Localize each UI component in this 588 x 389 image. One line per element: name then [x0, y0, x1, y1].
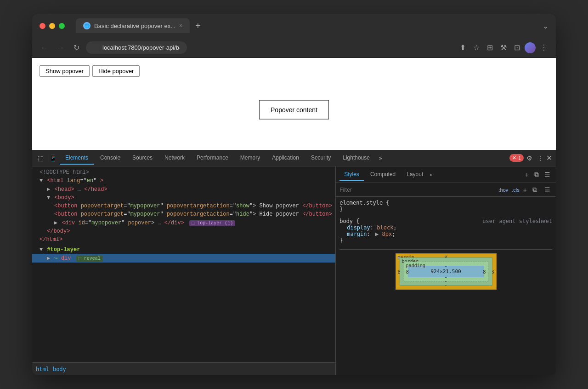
reload-button[interactable]: ↻ — [71, 41, 82, 54]
dom-html-tag[interactable]: ▼ <html lang="en" > — [32, 177, 335, 185]
dom-top-layer-section[interactable]: ▼ #top-layer — [32, 246, 335, 254]
devtools-tabs-bar: ⬚ 📱 Elements Console Sources Network Per… — [32, 150, 556, 166]
styles-sub-tabs: Styles Computed Layout » + ⧉ ☰ — [336, 166, 556, 183]
dom-top-layer-div[interactable]: ▶ ↪ div ⬚ reveal — [32, 254, 335, 263]
css-rule-body: body { user agent stylesheet display: bl… — [339, 218, 552, 244]
close-button[interactable] — [40, 23, 45, 29]
tab-title: Basic declarative popover ex... — [94, 23, 175, 29]
box-margin: margin 8 8 8 border - pa — [396, 253, 497, 290]
maximize-button[interactable] — [59, 23, 65, 29]
box-border: border - padding - 8 8 — [400, 257, 492, 286]
dom-body-close[interactable]: </body> — [32, 227, 335, 235]
dom-doctype[interactable]: <!DOCTYPE html> — [32, 168, 335, 177]
devtools-icon-buttons: ⬚ 📱 — [36, 153, 59, 164]
bookmark-button[interactable]: ☆ — [470, 41, 482, 54]
browser-more-button[interactable]: ⋮ — [537, 41, 550, 54]
css-margin-prop[interactable]: margin: ▶ 8px; — [339, 231, 552, 237]
tab-performance[interactable]: Performance — [191, 152, 234, 165]
styles-panel: Styles Computed Layout » + ⧉ ☰ :hov .cls… — [336, 166, 556, 375]
dom-button-show[interactable]: <button popovertarget="mypopover" popove… — [32, 202, 335, 210]
breadcrumb-body[interactable]: body — [53, 366, 66, 372]
styles-tab-actions: + ⧉ ☰ — [523, 170, 552, 179]
reveal-badge[interactable]: ⬚ reveal — [76, 256, 103, 262]
devtools-button[interactable]: ⚒ — [498, 41, 509, 54]
dom-content: <!DOCTYPE html> ▼ <html lang="en" > ▶ <h… — [32, 166, 335, 362]
tab-network[interactable]: Network — [159, 152, 190, 165]
nav-bar: ← → ↻ ⓘ ⬆ ☆ ⊞ ⚒ ⊡ ⋮ — [32, 38, 556, 58]
tab-list-button[interactable]: ⌄ — [543, 22, 548, 30]
split-view-button[interactable]: ⊡ — [511, 41, 523, 54]
show-popover-button[interactable]: Show popover — [40, 65, 90, 77]
popover-text: Popover content — [271, 106, 317, 114]
styles-content: element.style { } body { user agent styl… — [336, 197, 556, 375]
tab-lighthouse[interactable]: Lighthouse — [337, 152, 375, 165]
new-tab-button[interactable]: + — [192, 19, 204, 33]
dom-breadcrumb: html body — [32, 362, 335, 375]
css-body-selector[interactable]: body { — [339, 218, 359, 224]
styles-layout-button[interactable]: ☰ — [543, 170, 552, 179]
tab-favicon: 🌐 — [83, 22, 90, 29]
tab-console[interactable]: Console — [95, 152, 126, 165]
tab-memory[interactable]: Memory — [235, 152, 266, 165]
styles-filter-bar: :hov .cls + ⧉ ☰ — [336, 183, 556, 197]
devtools-inspect-icon[interactable]: ⬚ — [36, 153, 45, 164]
minimize-button[interactable] — [49, 23, 55, 29]
box-model-container: margin 8 8 8 border - pa — [339, 249, 552, 293]
hide-popover-button[interactable]: Hide popover — [92, 65, 140, 77]
styles-tab-layout[interactable]: Layout — [402, 168, 428, 181]
styles-tab-computed[interactable]: Computed — [366, 168, 400, 181]
devtools-body: <!DOCTYPE html> ▼ <html lang="en" > ▶ <h… — [32, 166, 556, 375]
margin-bottom-value: - — [444, 282, 447, 288]
styles-copy-styles-button[interactable]: ⧉ — [531, 185, 539, 194]
styles-add-button[interactable]: + — [523, 186, 527, 194]
popover-box: Popover content — [259, 100, 329, 120]
styles-tab-styles[interactable]: Styles — [339, 168, 364, 181]
tab-security[interactable]: Security — [305, 152, 336, 165]
error-badge[interactable]: ✕ 1 — [509, 154, 524, 162]
dom-head-tag[interactable]: ▶ <head> … </head> — [32, 185, 335, 194]
tab-close-icon[interactable]: × — [179, 23, 182, 29]
styles-new-rule-button[interactable]: + — [523, 170, 531, 179]
dom-html-close[interactable]: </html> — [32, 235, 335, 244]
devtools-settings-button[interactable]: ⚙ — [525, 153, 534, 164]
breadcrumb-html[interactable]: html — [36, 366, 49, 372]
styles-copy-button[interactable]: ⧉ — [532, 170, 541, 179]
browser-window: 🌐 Basic declarative popover ex... × + ⌄ … — [32, 14, 556, 375]
dom-div-mypopover[interactable]: ▶ <div id="mypopover" popover> … </div> … — [32, 218, 335, 227]
error-x-icon: ✕ — [512, 155, 516, 161]
css-display-prop[interactable]: display: block; — [339, 224, 552, 231]
page-content: Show popover Hide popover Popover conten… — [32, 58, 556, 150]
top-layer-badge[interactable]: ⬚ top-layer (1) — [189, 220, 235, 226]
extensions-button[interactable]: ⊞ — [484, 41, 496, 54]
styles-layout-icon-button[interactable]: ☰ — [543, 185, 552, 194]
devtools-close-button[interactable]: ✕ — [546, 154, 552, 162]
styles-more-tabs-button[interactable]: » — [430, 172, 433, 178]
error-count: 1 — [518, 155, 521, 161]
address-wrapper: ⓘ — [86, 41, 453, 54]
tab-application[interactable]: Application — [266, 152, 305, 165]
padding-top-value: - — [444, 263, 447, 269]
forward-button[interactable]: → — [54, 42, 67, 54]
css-rule-element-style: element.style { } — [339, 200, 552, 212]
share-button[interactable]: ⬆ — [457, 41, 469, 54]
dom-body-tag[interactable]: ▼ <body> — [32, 194, 335, 202]
styles-filter-input[interactable] — [339, 187, 495, 193]
profile-avatar[interactable] — [525, 42, 536, 53]
devtools-device-icon[interactable]: 📱 — [47, 153, 59, 164]
dom-panel: <!DOCTYPE html> ▼ <html lang="en" > ▶ <h… — [32, 166, 336, 375]
devtools-more-tabs-button[interactable]: » — [376, 153, 385, 163]
css-element-style-selector[interactable]: element.style { — [339, 200, 552, 206]
devtools-more-button[interactable]: ⋮ — [535, 153, 545, 164]
styles-hov-button[interactable]: :hov — [499, 187, 509, 193]
nav-actions: ⬆ ☆ ⊞ ⚒ ⊡ ⋮ — [457, 41, 550, 54]
dom-button-hide[interactable]: <button popovertarget="mypopover" popove… — [32, 210, 335, 218]
address-bar[interactable] — [86, 41, 187, 54]
back-button[interactable]: ← — [38, 42, 51, 54]
box-model: margin 8 8 8 border - pa — [396, 253, 497, 290]
padding-right-value: 8 — [483, 269, 486, 275]
tab-sources[interactable]: Sources — [127, 152, 158, 165]
browser-tab[interactable]: 🌐 Basic declarative popover ex... × — [76, 18, 190, 33]
tab-elements[interactable]: Elements — [60, 152, 94, 165]
padding-left-value: 8 — [406, 269, 409, 275]
styles-cls-button[interactable]: .cls — [512, 187, 520, 193]
